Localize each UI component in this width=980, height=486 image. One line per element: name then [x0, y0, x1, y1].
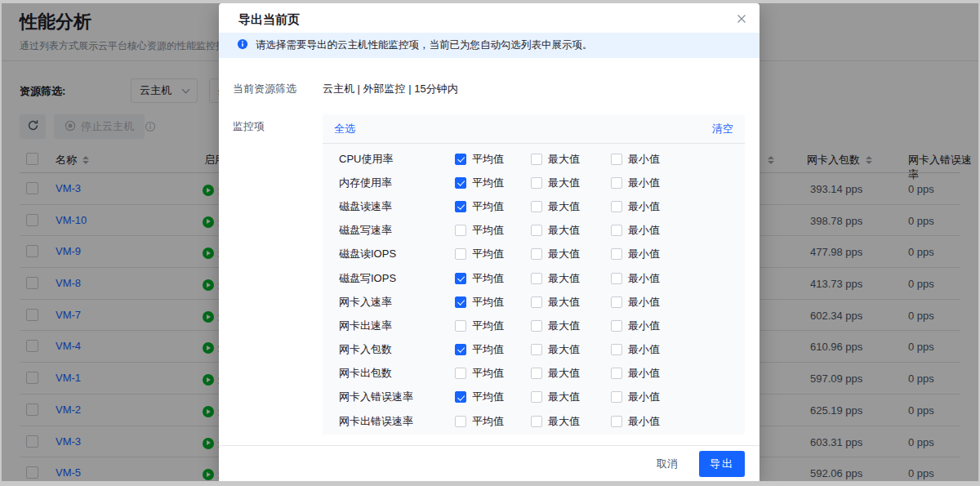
metric-checkbox-min[interactable]: 最小值	[611, 199, 660, 214]
metric-checkbox-max[interactable]: 最大值	[531, 152, 580, 167]
metric-checkbox-max[interactable]: 最大值	[531, 271, 580, 286]
metric-checkbox-avg[interactable]: 平均值	[455, 199, 504, 214]
checkbox-label: 最大值	[548, 319, 580, 333]
cancel-button[interactable]: 取消	[657, 457, 678, 471]
checkbox-label: 最小值	[628, 223, 660, 238]
checkbox-label: 最大值	[548, 390, 580, 404]
metric-checkbox-avg[interactable]: 平均值	[455, 366, 504, 381]
metric-checkbox-avg[interactable]: 平均值	[455, 152, 504, 167]
checkbox-checked-icon[interactable]	[455, 154, 466, 165]
export-button[interactable]: 导出	[699, 451, 745, 477]
metric-checkbox-min[interactable]: 最小值	[611, 223, 660, 238]
current-filter-label: 当前资源筛选	[233, 82, 296, 96]
metric-checkbox-min[interactable]: 最小值	[611, 414, 660, 429]
metric-row: 内存使用率 平均值最大值最小值	[323, 171, 745, 194]
checkbox-unchecked-icon[interactable]	[611, 391, 622, 403]
metric-checkbox-max[interactable]: 最大值	[531, 247, 580, 261]
metric-label: 内存使用率	[339, 176, 392, 190]
metric-label: 网卡入错误速率	[339, 390, 413, 404]
checkbox-unchecked-icon[interactable]	[611, 320, 622, 332]
metric-checkbox-min[interactable]: 最小值	[611, 342, 660, 357]
checkbox-unchecked-icon[interactable]	[611, 201, 622, 212]
checkbox-unchecked-icon[interactable]	[611, 177, 622, 189]
checkbox-unchecked-icon[interactable]	[455, 416, 466, 427]
metric-checkbox-avg[interactable]: 平均值	[455, 342, 504, 357]
checkbox-label: 平均值	[472, 247, 504, 261]
close-button[interactable]	[737, 14, 746, 24]
checkbox-unchecked-icon[interactable]	[531, 416, 542, 427]
metric-checkbox-max[interactable]: 最大值	[531, 319, 580, 333]
close-icon	[737, 14, 746, 26]
checkbox-label: 最小值	[628, 414, 660, 429]
clear-all-link[interactable]: 清空	[712, 122, 733, 136]
checkbox-unchecked-icon[interactable]	[611, 368, 622, 379]
checkbox-unchecked-icon[interactable]	[531, 225, 542, 236]
checkbox-unchecked-icon[interactable]	[531, 297, 542, 308]
checkbox-unchecked-icon[interactable]	[531, 344, 542, 355]
metric-label: CPU使用率	[339, 152, 393, 167]
metric-checkbox-min[interactable]: 最小值	[611, 152, 660, 167]
checkbox-unchecked-icon[interactable]	[531, 320, 542, 332]
checkbox-checked-icon[interactable]	[455, 273, 466, 284]
checkbox-checked-icon[interactable]	[455, 391, 466, 403]
metric-checkbox-avg[interactable]: 平均值	[455, 271, 504, 286]
checkbox-checked-icon[interactable]	[455, 177, 466, 189]
metric-label: 磁盘写IOPS	[339, 271, 396, 286]
checkbox-unchecked-icon[interactable]	[611, 273, 622, 284]
checkbox-unchecked-icon[interactable]	[611, 154, 622, 165]
metric-checkbox-max[interactable]: 最大值	[531, 414, 580, 429]
checkbox-unchecked-icon[interactable]	[531, 248, 542, 260]
metric-checkbox-min[interactable]: 最小值	[611, 271, 660, 286]
checkbox-unchecked-icon[interactable]	[455, 368, 466, 379]
checkbox-unchecked-icon[interactable]	[531, 154, 542, 165]
metric-checkbox-max[interactable]: 最大值	[531, 366, 580, 381]
metric-checkbox-min[interactable]: 最小值	[611, 176, 660, 190]
metric-checkbox-avg[interactable]: 平均值	[455, 295, 504, 310]
metric-checkbox-avg[interactable]: 平均值	[455, 223, 504, 238]
checkbox-unchecked-icon[interactable]	[531, 368, 542, 379]
checkbox-checked-icon[interactable]	[455, 201, 466, 212]
metric-checkbox-avg[interactable]: 平均值	[455, 247, 504, 261]
checkbox-label: 平均值	[472, 390, 504, 404]
metric-checkbox-max[interactable]: 最大值	[531, 176, 580, 190]
metric-label: 磁盘读速率	[339, 199, 392, 214]
checkbox-label: 最大值	[548, 199, 580, 214]
select-all-link[interactable]: 全选	[334, 122, 355, 136]
checkbox-label: 平均值	[472, 199, 504, 214]
checkbox-checked-icon[interactable]	[455, 297, 466, 308]
metric-checkbox-min[interactable]: 最小值	[611, 247, 660, 261]
checkbox-label: 平均值	[472, 319, 504, 333]
checkbox-unchecked-icon[interactable]	[531, 273, 542, 284]
metric-checkbox-max[interactable]: 最大值	[531, 223, 580, 238]
checkbox-unchecked-icon[interactable]	[455, 320, 466, 332]
metric-checkbox-avg[interactable]: 平均值	[455, 176, 504, 190]
checkbox-unchecked-icon[interactable]	[611, 248, 622, 260]
metric-checkbox-max[interactable]: 最大值	[531, 199, 580, 214]
checkbox-unchecked-icon[interactable]	[531, 177, 542, 189]
metric-checkbox-min[interactable]: 最小值	[611, 295, 660, 310]
checkbox-label: 平均值	[472, 271, 504, 286]
metric-checkbox-min[interactable]: 最小值	[611, 319, 660, 333]
checkbox-unchecked-icon[interactable]	[611, 344, 622, 355]
metric-checkbox-max[interactable]: 最大值	[531, 342, 580, 357]
metric-row: 网卡入速率 平均值最大值最小值	[323, 290, 745, 314]
metric-checkbox-avg[interactable]: 平均值	[455, 319, 504, 333]
checkbox-checked-icon[interactable]	[455, 344, 466, 355]
metric-checkbox-avg[interactable]: 平均值	[455, 390, 504, 404]
checkbox-unchecked-icon[interactable]	[455, 248, 466, 260]
checkbox-unchecked-icon[interactable]	[611, 225, 622, 236]
metric-checkbox-min[interactable]: 最小值	[611, 366, 660, 381]
metric-checkbox-min[interactable]: 最小值	[611, 390, 660, 404]
checkbox-unchecked-icon[interactable]	[531, 391, 542, 403]
checkbox-unchecked-icon[interactable]	[531, 201, 542, 212]
metric-checkbox-avg[interactable]: 平均值	[455, 414, 504, 429]
checkbox-unchecked-icon[interactable]	[611, 297, 622, 308]
metric-row: 网卡出错误速率 平均值最大值最小值	[323, 409, 745, 433]
metric-row: CPU使用率 平均值最大值最小值	[323, 147, 745, 171]
metric-checkbox-max[interactable]: 最大值	[531, 295, 580, 310]
checkbox-unchecked-icon[interactable]	[611, 416, 622, 427]
checkbox-unchecked-icon[interactable]	[455, 225, 466, 236]
metric-row: 磁盘读IOPS 平均值最大值最小值	[323, 243, 745, 266]
checkbox-label: 最小值	[628, 247, 660, 261]
metric-checkbox-max[interactable]: 最大值	[531, 390, 580, 404]
